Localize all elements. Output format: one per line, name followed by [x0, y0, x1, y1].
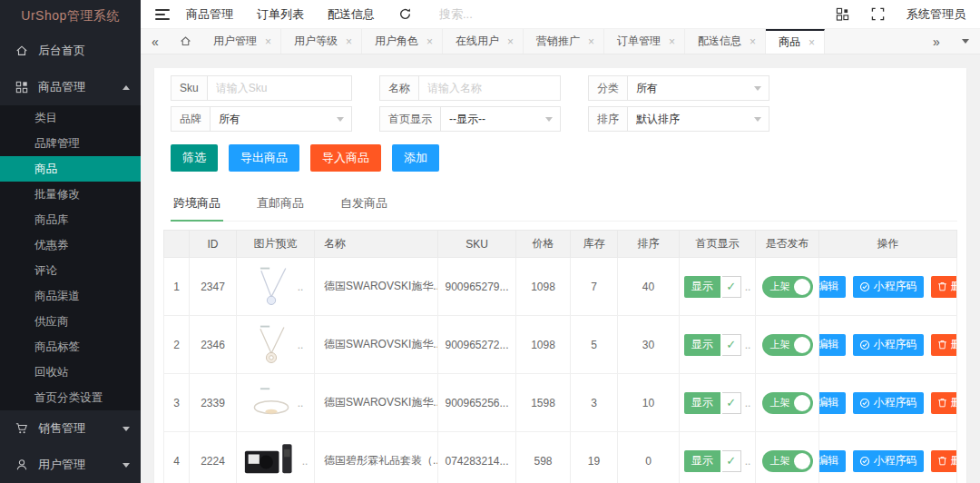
home-display-select[interactable]: --显示-- — [441, 107, 560, 131]
collapse-menu-icon[interactable] — [155, 9, 170, 20]
edit-button[interactable]: 编辑 — [819, 334, 846, 356]
sidebar-subitem-product-tags[interactable]: 商品标签 — [0, 334, 141, 360]
publish-toggle[interactable]: 上架 — [762, 276, 813, 298]
tab-online-users[interactable]: 在线用户× — [443, 29, 524, 54]
product-image-necklace-round[interactable] — [248, 322, 295, 368]
delete-button[interactable]: 删除 — [931, 334, 957, 356]
tab-user-level[interactable]: 用户等级× — [281, 29, 362, 54]
miniprogram-code-label: 小程序码 — [874, 395, 917, 410]
close-icon[interactable]: × — [808, 36, 815, 49]
product-image-gift-set[interactable] — [243, 439, 299, 483]
delete-button[interactable]: 删除 — [931, 450, 957, 472]
edit-button[interactable]: 编辑 — [819, 276, 846, 298]
tab-marketing[interactable]: 营销推广× — [524, 29, 604, 54]
close-icon[interactable]: × — [669, 35, 675, 48]
tab-delivery-info[interactable]: 配送信息× — [685, 29, 766, 54]
sidebar-subitem-product-library[interactable]: 商品库 — [0, 207, 141, 232]
close-icon[interactable]: × — [750, 35, 756, 48]
sidebar-subitem-product-channels[interactable]: 商品渠道 — [0, 283, 141, 309]
delete-button[interactable]: 删除 — [931, 392, 957, 414]
sidebar-subitem-brand-management[interactable]: 品牌管理 — [0, 131, 141, 156]
search-input[interactable] — [439, 7, 557, 21]
name-input[interactable] — [427, 82, 540, 94]
sidebar-subitem-categories[interactable]: 类目 — [0, 105, 141, 131]
sidebar-subitem-home-category-settings[interactable]: 首页分类设置 — [0, 385, 141, 410]
topnav-product-management[interactable]: 商品管理 — [186, 6, 233, 23]
sidebar-subitem-batch-edit[interactable]: 批量修改 — [0, 182, 141, 207]
display-checkbox-check-icon[interactable]: ✓ — [722, 334, 741, 356]
publish-toggle[interactable]: 上架 — [762, 334, 813, 356]
category-select[interactable]: 所有 — [628, 76, 769, 100]
fullscreen-icon[interactable] — [871, 7, 885, 21]
edit-button[interactable]: 编辑 — [819, 392, 846, 414]
chevron-down-icon — [337, 117, 344, 122]
row-number: 3 — [164, 374, 190, 432]
sidebar-subitem-suppliers[interactable]: 供应商 — [0, 309, 141, 334]
sidebar-subitem-coupons[interactable]: 优惠券 — [0, 232, 141, 258]
display-checkbox-check-icon[interactable]: ✓ — [722, 450, 741, 472]
sidebar-subitem-reviews[interactable]: 评论 — [0, 258, 141, 283]
close-icon[interactable]: × — [507, 35, 514, 48]
display-checkbox-label[interactable]: 显示 — [684, 392, 720, 414]
product-price: 598 — [516, 432, 571, 483]
tab-order-management[interactable]: 订单管理× — [604, 29, 685, 54]
row-number: 2 — [164, 316, 190, 374]
sort-select[interactable]: 默认排序 — [628, 107, 769, 131]
display-checkbox-label[interactable]: 显示 — [684, 450, 720, 472]
col-home-display: 首页显示 — [680, 231, 756, 258]
sidebar-group-sales-management[interactable]: 销售管理 — [0, 410, 141, 447]
export-products-button[interactable]: 导出商品 — [229, 144, 299, 172]
sort-filter: 排序 默认排序 — [588, 106, 769, 132]
topnav-order-list[interactable]: 订单列表 — [257, 6, 304, 23]
display-checkbox-label[interactable]: 显示 — [684, 276, 720, 298]
close-icon[interactable]: × — [588, 35, 594, 48]
sidebar-item-home[interactable]: 后台首页 — [0, 33, 141, 69]
tab-home-icon[interactable] — [170, 29, 201, 54]
refresh-icon[interactable] — [398, 7, 412, 21]
sidebar-subitem-products[interactable]: 商品 — [0, 156, 141, 182]
tab-self-shipped-products[interactable]: 自发商品 — [338, 190, 390, 221]
add-button[interactable]: 添加 — [392, 144, 439, 172]
product-image-bracelet[interactable] — [248, 380, 295, 426]
tabs-menu-icon[interactable] — [951, 29, 980, 54]
tab-user-role[interactable]: 用户角色× — [362, 29, 443, 54]
sku-input[interactable] — [216, 82, 331, 94]
miniprogram-code-button[interactable]: 小程序码 — [853, 276, 924, 298]
publish-toggle[interactable]: 上架 — [762, 450, 813, 472]
close-icon[interactable]: × — [265, 35, 271, 48]
miniprogram-code-button[interactable]: 小程序码 — [853, 392, 924, 414]
display-checkbox-label[interactable]: 显示 — [684, 334, 720, 356]
miniprogram-code-button[interactable]: 小程序码 — [853, 334, 924, 356]
tab-direct-mail-products[interactable]: 直邮商品 — [254, 190, 307, 221]
sidebar-subitem-recycle-bin[interactable]: 回收站 — [0, 360, 141, 385]
topnav-delivery-info[interactable]: 配送信息 — [328, 6, 375, 23]
sidebar-group-product-management[interactable]: 商品管理 — [0, 69, 141, 105]
import-products-button[interactable]: 导入商品 — [310, 144, 381, 172]
display-checkbox-check-icon[interactable]: ✓ — [722, 276, 741, 298]
global-search[interactable] — [439, 7, 557, 21]
layout-grid-icon[interactable] — [836, 7, 849, 21]
filter-button[interactable]: 筛选 — [171, 144, 218, 172]
display-checkbox-check-icon[interactable]: ✓ — [722, 392, 741, 414]
edit-button[interactable]: 编辑 — [819, 450, 846, 472]
product-name: 德国碧彤霖礼品套装（... — [315, 432, 438, 483]
product-stock: 5 — [571, 316, 618, 374]
tabs-scroll-right-icon[interactable]: » — [922, 29, 951, 54]
tab-cross-border-products[interactable]: 跨境商品 — [171, 190, 223, 222]
close-icon[interactable]: × — [426, 35, 433, 48]
delete-button[interactable]: 删除 — [931, 276, 957, 298]
admin-user-menu[interactable]: 系统管理员 — [906, 6, 965, 23]
tab-products[interactable]: 商品× — [766, 29, 825, 54]
close-icon[interactable]: × — [346, 35, 352, 48]
tabs-scroll-left-icon[interactable]: « — [141, 29, 170, 54]
miniprogram-code-button[interactable]: 小程序码 — [853, 450, 924, 472]
sidebar-group-user-management[interactable]: 用户管理 — [0, 447, 141, 483]
brand-select[interactable]: 所有 — [211, 107, 351, 131]
tab-label: 用户等级 — [294, 34, 338, 49]
cart-icon — [15, 421, 29, 436]
tab-user-management[interactable]: 用户管理× — [201, 29, 281, 54]
chevron-down-icon — [122, 463, 130, 468]
product-image-necklace-pendant[interactable] — [248, 264, 295, 310]
publish-toggle-label: 上架 — [770, 454, 794, 468]
publish-toggle[interactable]: 上架 — [762, 392, 813, 414]
